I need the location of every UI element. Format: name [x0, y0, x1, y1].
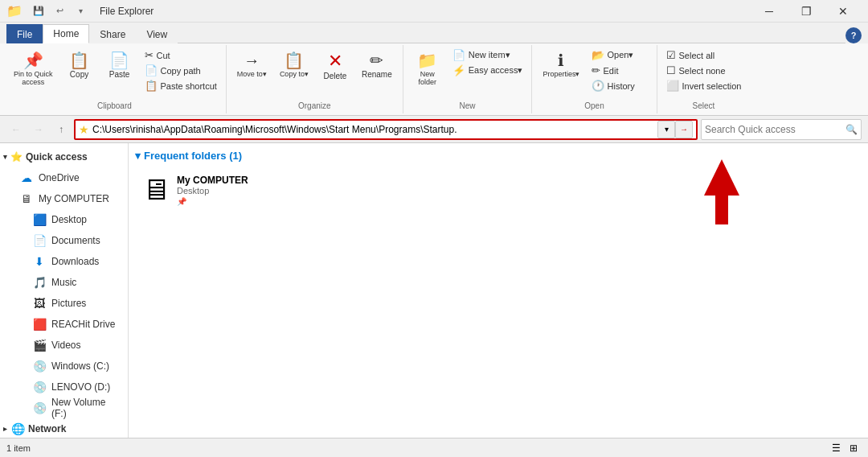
open-button[interactable]: 📂 Open▾ — [588, 48, 652, 62]
address-input[interactable] — [92, 124, 657, 135]
select-small-group: ☑ Select all ☐ Select none ⬜ Invert sele… — [662, 48, 746, 93]
sidebar-item-reachit[interactable]: 🟥 REACHit Drive — [13, 314, 128, 335]
reachit-label: REACHit Drive — [51, 319, 115, 330]
new-volume-icon: 💿 — [32, 401, 47, 414]
section-chevron-icon: ▾ — [135, 150, 141, 162]
chevron-right-icon: ▸ — [3, 425, 7, 433]
undo-btn[interactable]: ↩ — [50, 2, 69, 21]
delete-button[interactable]: ✕ Delete — [316, 48, 354, 84]
windows-c-label: Windows (C:) — [51, 360, 109, 372]
address-bar[interactable]: ★ ▾ → — [74, 119, 698, 140]
address-dropdown-button[interactable]: ▾ — [657, 121, 675, 138]
sidebar-item-desktop[interactable]: 🟦 Desktop — [13, 209, 128, 230]
paste-button[interactable]: 📄 Paste — [100, 48, 139, 83]
properties-button[interactable]: ℹ Properties▾ — [537, 48, 585, 82]
new-buttons: 📁 Newfolder 📄 New item▾ ⚡ Easy access▾ — [408, 48, 527, 100]
folder-computer-icon: 🖥 — [141, 173, 170, 207]
up-button[interactable]: ↑ — [51, 120, 71, 139]
easy-access-button[interactable]: ⚡ Easy access▾ — [448, 64, 527, 77]
copy-button[interactable]: 📋 Copy — [60, 48, 99, 83]
history-button[interactable]: 🕐 History — [588, 79, 652, 93]
new-folder-button[interactable]: 📁 Newfolder — [408, 48, 447, 90]
select-label: Select — [662, 100, 746, 110]
downloads-label: Downloads — [51, 256, 99, 267]
frequent-folders-label: Frequent folders (1) — [144, 150, 242, 162]
address-go-button[interactable]: → — [675, 121, 693, 138]
easy-access-icon: ⚡ — [452, 65, 465, 76]
sidebar-item-lenovo-d[interactable]: 💿 LENOVO (D:) — [13, 377, 128, 397]
videos-icon: 🎬 — [32, 339, 47, 352]
invert-icon: ⬜ — [666, 80, 679, 91]
ribbon-group-clipboard: 📌 Pin to Quickaccess 📋 Copy 📄 Paste ✂ Cu… — [3, 45, 227, 113]
cut-button[interactable]: ✂ Cut — [141, 48, 221, 62]
pin-to-quick-access-button[interactable]: 📌 Pin to Quickaccess — [8, 48, 59, 90]
quick-access-header[interactable]: ▾ ⭐ Quick access — [0, 146, 128, 167]
app-icon: 📁 — [6, 3, 23, 19]
sidebar: ▾ ⭐ Quick access ☁ OneDrive 🖥 My COMPUTE… — [0, 143, 129, 438]
delete-icon: ✕ — [328, 52, 342, 70]
sidebar-item-pictures[interactable]: 🖼 Pictures — [13, 293, 128, 314]
back-button[interactable]: ← — [6, 120, 26, 139]
sidebar-item-windows-c[interactable]: 💿 Windows (C:) — [13, 356, 128, 377]
title-bar-left: 📁 💾 ↩ ▾ File Explorer — [6, 2, 154, 21]
open-label: Open — [537, 100, 651, 110]
sidebar-item-downloads[interactable]: ⬇ Downloads — [13, 251, 128, 272]
search-box[interactable]: 🔍 — [701, 119, 862, 140]
folder-item-name: My COMPUTER — [177, 175, 248, 186]
save-btn[interactable]: 💾 — [29, 2, 48, 21]
close-button[interactable]: ✕ — [825, 0, 862, 23]
clipboard-small-group: ✂ Cut 📄 Copy path 📋 Paste shortcut — [141, 48, 221, 93]
organize-buttons: → Move to▾ 📋 Copy to▾ ✕ Delete ✏ Rename — [231, 48, 398, 100]
sidebar-item-videos[interactable]: 🎬 Videos — [13, 335, 128, 356]
pin-icon: 📌 — [23, 52, 43, 68]
sidebar-item-documents[interactable]: 📄 Documents — [13, 230, 128, 251]
history-icon: 🕐 — [592, 80, 604, 91]
copy-to-button[interactable]: 📋 Copy to▾ — [274, 48, 314, 82]
tab-view[interactable]: View — [136, 24, 178, 43]
main-content: ▾ ⭐ Quick access ☁ OneDrive 🖥 My COMPUTE… — [0, 143, 868, 438]
forward-button[interactable]: → — [29, 120, 48, 139]
folder-item-subtitle: Desktop — [177, 186, 248, 196]
status-bar: 1 item ☰ ⊞ — [0, 438, 868, 457]
computer-icon: 🖥 — [19, 192, 34, 205]
music-icon: 🎵 — [32, 276, 47, 289]
clipboard-label: Clipboard — [8, 100, 221, 110]
pictures-label: Pictures — [51, 298, 86, 309]
rename-button[interactable]: ✏ Rename — [356, 48, 398, 83]
copy-path-icon: 📄 — [145, 65, 158, 76]
details-view-button[interactable]: ☰ — [828, 440, 844, 456]
sidebar-item-mycomputer[interactable]: 🖥 My COMPUTER — [13, 188, 128, 209]
tab-home[interactable]: Home — [43, 24, 89, 43]
sidebar-item-music[interactable]: 🎵 Music — [13, 272, 128, 293]
frequent-folders-header: ▾ Frequent folders (1) — [135, 150, 862, 162]
new-volume-label: New Volume (F:) — [51, 397, 121, 419]
chevron-down-icon: ▾ — [3, 153, 7, 161]
folder-item-mycomputer[interactable]: 🖥 My COMPUTER Desktop 📌 — [135, 168, 264, 212]
restore-button[interactable]: ❐ — [788, 0, 825, 23]
minimize-button[interactable]: ─ — [751, 0, 788, 23]
paste-icon: 📄 — [109, 52, 129, 68]
network-header[interactable]: ▸ 🌐 Network — [0, 418, 128, 438]
large-icons-view-button[interactable]: ⊞ — [845, 440, 862, 456]
invert-selection-button[interactable]: ⬜ Invert selection — [662, 79, 746, 93]
paste-shortcut-button[interactable]: 📋 Paste shortcut — [141, 79, 221, 93]
help-button[interactable]: ? — [845, 27, 862, 43]
move-to-button[interactable]: → Move to▾ — [231, 48, 272, 82]
tab-file[interactable]: File — [6, 24, 43, 43]
ribbon-group-organize: → Move to▾ 📋 Copy to▾ ✕ Delete ✏ Rename … — [227, 45, 403, 113]
title-bar: 📁 💾 ↩ ▾ File Explorer ─ ❐ ✕ — [0, 0, 868, 23]
edit-button[interactable]: ✏ Edit — [588, 64, 652, 77]
select-none-button[interactable]: ☐ Select none — [662, 64, 746, 77]
tab-share[interactable]: Share — [89, 24, 136, 43]
folder-item-info: My COMPUTER Desktop 📌 — [177, 175, 248, 206]
select-all-button[interactable]: ☑ Select all — [662, 48, 746, 62]
desktop-label: Desktop — [51, 214, 87, 225]
sidebar-item-new-volume[interactable]: 💿 New Volume (F:) — [13, 397, 128, 418]
ribbon-group-select: ☑ Select all ☐ Select none ⬜ Invert sele… — [657, 45, 751, 113]
search-input[interactable] — [705, 124, 842, 135]
new-item-button[interactable]: 📄 New item▾ — [448, 48, 527, 62]
sidebar-item-onedrive[interactable]: ☁ OneDrive — [13, 167, 128, 188]
copy-path-button[interactable]: 📄 Copy path — [141, 64, 221, 77]
customize-btn[interactable]: ▾ — [71, 2, 90, 21]
mycomputer-label: My COMPUTER — [39, 193, 109, 204]
